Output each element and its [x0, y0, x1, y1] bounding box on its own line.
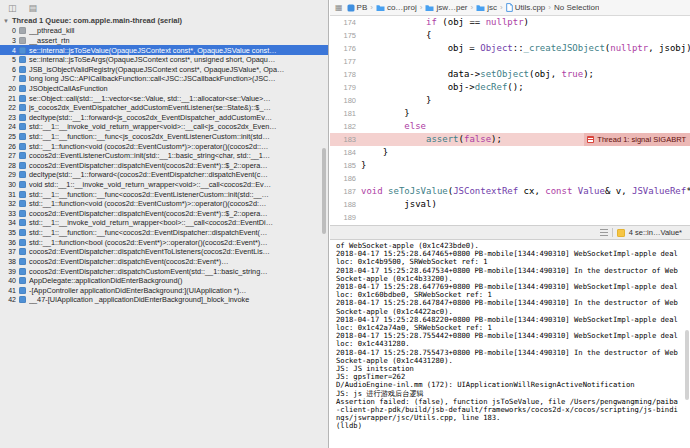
related-items-icon[interactable]: ▦	[335, 3, 343, 12]
stack-frame[interactable]: 27cocos2d::EventListenerCustom::init(std…	[0, 151, 328, 161]
code-line[interactable]: 179 obj->decRef();	[330, 81, 690, 94]
stack-frame[interactable]: 35std::__1::__function::__func<cocos2d::…	[0, 228, 328, 238]
code-token: ::	[513, 43, 524, 53]
frame-number: 30	[2, 181, 16, 188]
stack-frame[interactable]: 38cocos2d::EventDispatcher::dispatchEven…	[0, 257, 328, 267]
code-line[interactable]: 177	[330, 55, 690, 68]
stack-frame[interactable]: 37cocos2d::EventDispatcher::dispatchEven…	[0, 247, 328, 257]
frame-label: __pthread_kill	[29, 26, 328, 35]
stack-frame[interactable]: 28cocos2d::EventDispatcher::dispatchEven…	[0, 161, 328, 171]
frame-number: 5	[2, 56, 16, 63]
console-scrollbar[interactable]	[685, 330, 689, 400]
frame-icon	[19, 268, 26, 275]
crash-annotation[interactable]: Thread 1: signal SIGABRT	[584, 133, 690, 146]
stack-frame[interactable]: 25std::__1::__function::__func<js_cocos2…	[0, 132, 328, 142]
stack-frame[interactable]: 29decltype(std::__1::forward<(cocos2d::E…	[0, 170, 328, 180]
code-line[interactable]: 174 if (obj == nullptr)	[330, 16, 690, 29]
stack-frame[interactable]: 36std::__1::function<bool (cocos2d::Even…	[0, 237, 328, 247]
source-editor: ▦ PB›co…proj›jsw…per›jsc›Utils.cpp›No Se…	[330, 0, 690, 225]
list-view-icon[interactable]: ▤	[29, 4, 38, 13]
stack-frame[interactable]: 39cocos2d::EventDispatcher::dispatchCust…	[0, 266, 328, 276]
stack-frame[interactable]: 3__assert_rtn	[0, 36, 328, 46]
code-line[interactable]: 182 else	[330, 120, 690, 133]
stack-frames-icon[interactable]	[600, 229, 608, 236]
breadcrumb-separator: ›	[471, 3, 474, 12]
breadcrumb-item[interactable]: jsc	[476, 3, 497, 12]
line-number: 183	[330, 133, 361, 146]
line-number: 174	[330, 16, 361, 29]
code-line[interactable]: 188 jsval)	[330, 198, 690, 211]
stack-frame[interactable]: 22js_cocos2dx_EventDispatcher_addCustomE…	[0, 103, 328, 113]
code-token: _createJSObject	[524, 43, 605, 53]
current-frame-label[interactable]: 4 se::in…Value*	[629, 228, 682, 237]
folder-icon	[376, 4, 385, 12]
frame-label: se::internal::jsToSeValue(OpaqueJSContex…	[29, 46, 328, 55]
breadcrumb-separator: ›	[420, 3, 423, 12]
breadcrumb-label: No Selection	[554, 3, 599, 12]
stack-frame[interactable]: 33cocos2d::EventDispatcher::dispatchEven…	[0, 209, 328, 219]
console-output[interactable]: of WebSocket-apple (0x1c423bde0).2018-04…	[330, 240, 690, 448]
frame-icon	[19, 47, 26, 54]
frame-number: 20	[2, 85, 16, 92]
stack-frame[interactable]: 30void std::__1::__invoke_void_return_wr…	[0, 180, 328, 190]
code-line[interactable]: 180 }	[330, 94, 690, 107]
frame-icon	[19, 296, 26, 303]
code-token: Object	[480, 43, 513, 53]
stack-frame[interactable]: 42__47-[UIApplication _applicationDidEnt…	[0, 295, 328, 305]
disclosure-triangle-icon[interactable]: ▼	[3, 18, 9, 24]
stack-frame[interactable]: 20JSObjectCallAsFunction	[0, 84, 328, 94]
console-line: 2018-04-17 15:25:28.647769+0800 PB-mobil…	[336, 283, 680, 299]
breadcrumb-item[interactable]: co…proj	[376, 3, 417, 12]
code-line[interactable]: 184 }	[330, 146, 690, 159]
code-line[interactable]: 176 obj = Object::_createJSObject(nullpt…	[330, 42, 690, 55]
stack-frame[interactable]: 34std::__1::__invoke_void_return_wrapper…	[0, 218, 328, 228]
stack-frame[interactable]: 41-[AppController applicationDidEnterBac…	[0, 285, 328, 295]
frame-icon	[19, 123, 26, 130]
stack-frame[interactable]: 21se::Object::call(std::__1::vector<se::…	[0, 93, 328, 103]
lldb-prompt[interactable]: (lldb)	[336, 422, 680, 430]
thread-header[interactable]: ▼ Thread 1 Queue: com.apple.main-thread …	[0, 15, 328, 26]
frame-number: 22	[2, 104, 16, 111]
frame-number: 32	[2, 200, 16, 207]
code-token: jsval)	[361, 199, 437, 209]
frame-number: 6	[2, 66, 16, 73]
code-line[interactable]: 183 assert(false);Thread 1: signal SIGAB…	[330, 133, 690, 146]
stack-frame[interactable]: 7long long JSC::APICallbackFunction::cal…	[0, 74, 328, 84]
stack-frame[interactable]: 0__pthread_kill	[0, 26, 328, 36]
code-line[interactable]: 178 data->setObject(obj, true);	[330, 68, 690, 81]
code-line[interactable]: 186	[330, 172, 690, 185]
stack-frame[interactable]: 4se::internal::jsToSeValue(OpaqueJSConte…	[0, 45, 328, 55]
stack-frame[interactable]: 5se::internal::jsToSeArgs(OpaqueJSContex…	[0, 55, 328, 65]
breadcrumb-item[interactable]: PB	[347, 3, 368, 12]
breadcrumb-separator: ›	[370, 3, 373, 12]
code-line[interactable]: 175 {	[330, 29, 690, 42]
frame-icon	[19, 85, 26, 92]
stack-frame[interactable]: 40AppDelegate::applicationDidEnterBackgr…	[0, 276, 328, 286]
panes-icon[interactable]: ◫	[8, 4, 17, 13]
code-line[interactable]: 189	[330, 211, 690, 224]
code-line[interactable]: 181 }	[330, 107, 690, 120]
frame-icon	[19, 277, 26, 284]
frame-label: se::Object::call(std::__1::vector<se::Va…	[29, 94, 328, 103]
frame-number: 28	[2, 162, 16, 169]
code-token: data->	[361, 69, 480, 79]
stack-frame[interactable]: 26std::__1::function<void (cocos2d::Even…	[0, 141, 328, 151]
console-line: 2018-04-17 15:25:28.647847+0800 PB-mobil…	[336, 299, 680, 315]
frame-icon	[19, 152, 26, 159]
frame-label: JSObjectCallAsFunction	[29, 84, 328, 93]
breadcrumb-label: co…proj	[387, 3, 417, 12]
code-text: jsval)	[361, 198, 437, 211]
code-line[interactable]: 185}	[330, 159, 690, 172]
stack-frame[interactable]: 23decltype(std::__1::forward<js_cocos2dx…	[0, 112, 328, 122]
stack-frame[interactable]: 32std::__1::function<void (cocos2d::Even…	[0, 199, 328, 209]
breadcrumb-item[interactable]: Utils.cpp	[506, 3, 546, 12]
stack-frame[interactable]: 6JSB_isObjectValidRegistry(OpaqueJSConte…	[0, 64, 328, 74]
breadcrumb-item[interactable]: No Selection	[554, 3, 599, 12]
stack-frame[interactable]: 24std::__1::__invoke_void_return_wrapper…	[0, 122, 328, 132]
stack-frame[interactable]: 31std::__1::__function::__func<cocos2d::…	[0, 189, 328, 199]
code-line[interactable]: 187void seToJsValue(JSContextRef cx, con…	[330, 185, 690, 198]
code-token: if	[426, 17, 437, 27]
navigator-scrollbar[interactable]	[322, 148, 326, 234]
frame-number: 4	[2, 47, 16, 54]
breadcrumb-item[interactable]: jsw…per	[425, 3, 467, 12]
